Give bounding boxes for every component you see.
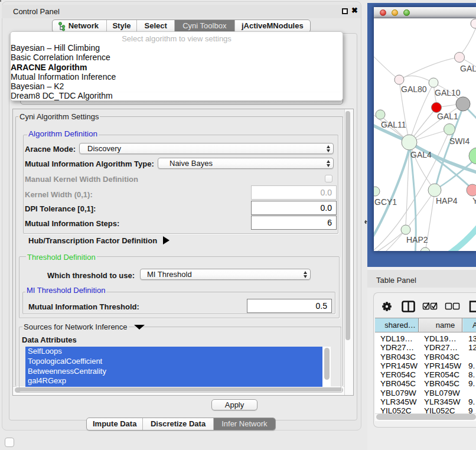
svg-text:HAP2: HAP2 xyxy=(406,235,428,244)
svg-text:GCY1: GCY1 xyxy=(374,197,397,207)
svg-text:GAL4: GAL4 xyxy=(410,150,432,159)
svg-text:GAL80: GAL80 xyxy=(401,84,427,94)
svg-text:GAL7: GAL7 xyxy=(460,64,476,73)
svg-text:SWI4: SWI4 xyxy=(449,136,470,146)
svg-text:GAL11: GAL11 xyxy=(381,120,406,129)
svg-text:GAL1: GAL1 xyxy=(437,112,458,121)
svg-text:Y: Y xyxy=(472,196,476,206)
svg-text:GAL10: GAL10 xyxy=(435,88,461,97)
svg-text:HAP4: HAP4 xyxy=(436,196,458,206)
